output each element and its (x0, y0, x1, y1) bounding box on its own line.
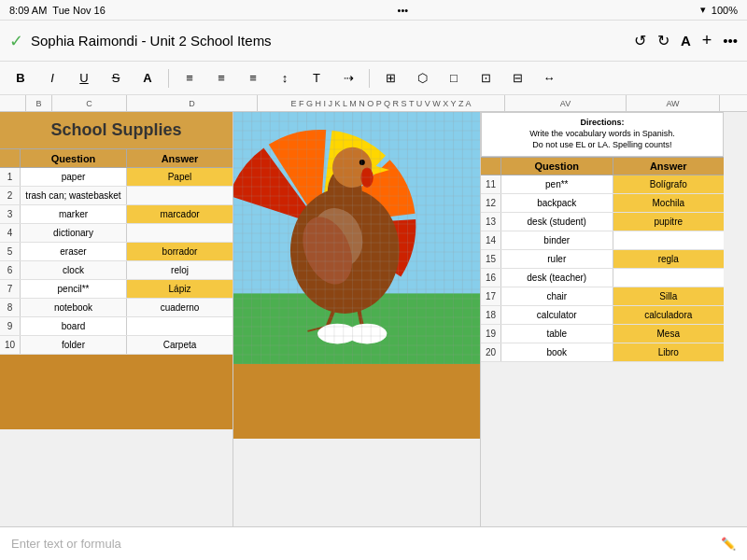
undo-icon[interactable]: ↺ (634, 32, 646, 49)
question-cell[interactable]: paper (21, 168, 127, 186)
answer-cell[interactable]: Mesa (613, 325, 725, 343)
pixel-art-section (233, 112, 481, 526)
right-num-header (481, 158, 501, 175)
wrap-text-button[interactable]: ↕ (272, 65, 298, 91)
question-cell[interactable]: notebook (21, 299, 127, 316)
answer-cell[interactable] (127, 224, 233, 242)
col-c[interactable]: C (52, 95, 127, 111)
table-row: 14 binder (481, 231, 724, 250)
fill-color-button[interactable]: ⬡ (409, 65, 435, 91)
italic-button[interactable]: I (39, 65, 65, 91)
question-header: Question (21, 149, 127, 167)
right-question-header: Question (501, 158, 613, 175)
answer-cell[interactable] (613, 231, 725, 249)
answer-cell[interactable]: Carpeta (127, 336, 233, 354)
strikethrough-button[interactable]: S (103, 65, 129, 91)
font-icon[interactable]: A (681, 33, 691, 49)
table-row: 2 trash can; wastebasket (0, 187, 233, 205)
font-color-button[interactable]: A (134, 65, 161, 91)
underline-button[interactable]: U (71, 65, 97, 91)
table-row: 1 paper Papel (0, 168, 233, 187)
add-icon[interactable]: + (702, 31, 712, 50)
left-vocab-rows: 1 paper Papel 2 trash can; wastebasket 3… (0, 168, 233, 355)
question-cell[interactable]: desk (teacher) (501, 269, 613, 287)
question-cell[interactable]: eraser (21, 243, 127, 260)
bold-button[interactable]: B (7, 65, 34, 91)
table-row: 15 ruler regla (481, 250, 724, 269)
answer-cell[interactable]: Lápiz (127, 280, 233, 298)
more-icon[interactable]: ••• (723, 33, 738, 49)
text-rotate-button[interactable]: T (303, 65, 330, 91)
left-header-row: Question Answer (0, 149, 233, 168)
row-num: 5 (0, 243, 21, 260)
answer-cell[interactable]: pupitre (613, 213, 725, 231)
question-cell[interactable]: table (501, 325, 613, 343)
table-row: 3 marker marcador (0, 205, 233, 224)
col-d[interactable]: D (127, 95, 258, 111)
row-num: 4 (0, 224, 21, 242)
expand-button[interactable]: ↔ (536, 65, 562, 91)
col-av[interactable]: AV (505, 95, 627, 111)
answer-cell[interactable]: Bolígrafo (613, 175, 725, 193)
question-cell[interactable]: folder (21, 336, 127, 354)
question-cell[interactable]: binder (501, 231, 613, 249)
answer-cell[interactable]: reloj (127, 261, 233, 279)
overflow-button[interactable]: ⇢ (335, 65, 361, 91)
table-row: 6 clock reloj (0, 261, 233, 280)
answer-cell[interactable]: Mochila (613, 194, 725, 212)
answer-cell[interactable]: marcador (127, 205, 233, 223)
freeze-button[interactable]: ⊟ (504, 65, 530, 91)
answer-cell[interactable]: Libro (613, 343, 725, 361)
answer-cell[interactable] (127, 187, 233, 204)
dots-icon: ••• (398, 5, 409, 16)
format-toolbar: B I U S A ≡ ≡ ≡ ↕ T ⇢ ⊞ ⬡ □ ⊡ ⊟ ↔ (0, 62, 747, 95)
pencil-icon[interactable]: ✏️ (721, 537, 736, 551)
redo-icon[interactable]: ↻ (657, 32, 669, 49)
battery: 100% (712, 5, 738, 16)
question-cell[interactable]: ruler (501, 250, 613, 268)
col-aw[interactable]: AW (627, 95, 720, 111)
answer-cell[interactable]: regla (613, 250, 725, 268)
border-button[interactable]: □ (441, 65, 467, 91)
turkey-pixel-art (233, 112, 481, 364)
question-cell[interactable]: board (21, 317, 127, 335)
status-bar: 8:09 AM Tue Nov 16 ••• ▾ 100% (0, 0, 747, 21)
question-cell[interactable]: backpack (501, 194, 613, 212)
answer-cell[interactable]: Papel (127, 168, 233, 186)
decoration-bar (0, 355, 233, 429)
align-left-button[interactable]: ≡ (176, 65, 203, 91)
col-ef[interactable]: E F G H I J K L M N O P Q R S T U V W X … (258, 95, 505, 111)
answer-cell[interactable] (613, 269, 725, 287)
answer-cell[interactable]: cuaderno (127, 299, 233, 316)
merge-cells-button[interactable]: ⊡ (472, 65, 499, 91)
row-num: 12 (481, 194, 501, 212)
table-row: 12 backpack Mochila (481, 194, 724, 213)
row-num: 1 (0, 168, 21, 186)
question-cell[interactable]: clock (21, 261, 127, 279)
question-cell[interactable]: dictionary (21, 224, 127, 242)
question-cell[interactable]: pencil** (21, 280, 127, 298)
question-cell[interactable]: trash can; wastebasket (21, 187, 127, 204)
spreadsheet: School Supplies Question Answer 1 paper … (0, 112, 747, 526)
question-cell[interactable]: calculator (501, 306, 613, 324)
align-center-button[interactable]: ≡ (208, 65, 234, 91)
question-cell[interactable]: marker (21, 205, 127, 223)
question-cell[interactable]: book (501, 343, 613, 361)
question-cell[interactable]: chair (501, 287, 613, 305)
answer-cell[interactable] (127, 317, 233, 335)
row-num: 20 (481, 343, 501, 361)
answer-cell[interactable]: Silla (613, 287, 725, 305)
question-cell[interactable]: pen** (501, 175, 613, 193)
wifi-icon: ▾ (700, 4, 706, 16)
formula-placeholder: Enter text or formula (11, 537, 121, 551)
question-cell[interactable]: desk (student) (501, 213, 613, 231)
row-num: 15 (481, 250, 501, 268)
formula-bar[interactable]: Enter text or formula ✏️ (0, 526, 747, 560)
answer-cell[interactable]: calculadora (613, 306, 725, 324)
answer-cell[interactable]: borrador (127, 243, 233, 260)
align-right-button[interactable]: ≡ (240, 65, 266, 91)
num-header (0, 149, 21, 167)
col-b[interactable]: B (26, 95, 52, 111)
table-icon[interactable]: ⊞ (377, 65, 403, 91)
row-num: 3 (0, 205, 21, 223)
